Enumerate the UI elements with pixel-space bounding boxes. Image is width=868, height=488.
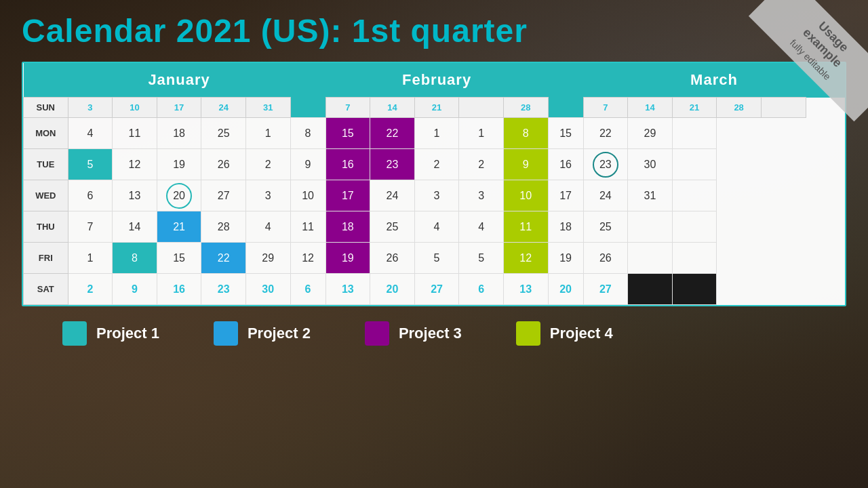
- day-thu: THU: [24, 211, 68, 243]
- proj3-color: [365, 321, 389, 346]
- day-sat: SAT: [24, 274, 68, 305]
- usage-ribbon: Usageexamplefully editable: [746, 0, 868, 122]
- proj3-label: Project 3: [399, 325, 462, 342]
- day-tue: TUE: [24, 149, 68, 180]
- legend: Project 1 Project 2 Project 3 Project 4: [22, 306, 846, 361]
- proj1-color: [62, 321, 87, 346]
- ribbon-text: Usageexamplefully editable: [749, 0, 868, 121]
- calendar: January February March SUN 3 10 17 24 31…: [22, 62, 846, 306]
- page-title: Calendar 2021 (US): 1st quarter: [22, 12, 846, 49]
- calendar-table: January February March SUN 3 10 17 24 31…: [23, 63, 845, 305]
- proj1-label: Project 1: [96, 325, 159, 342]
- legend-proj2: Project 2: [214, 321, 311, 346]
- legend-proj4: Project 4: [516, 321, 613, 346]
- day-fri: FRI: [24, 243, 68, 274]
- proj2-color: [214, 321, 238, 346]
- jan-sun-col1: 3: [68, 98, 113, 118]
- proj4-label: Project 4: [550, 325, 613, 342]
- proj2-label: Project 2: [248, 325, 311, 342]
- day-mon: MON: [24, 118, 68, 149]
- proj4-color: [516, 321, 540, 346]
- legend-proj3: Project 3: [365, 321, 462, 346]
- legend-proj1: Project 1: [62, 321, 159, 346]
- month-january: January: [68, 63, 290, 98]
- month-february: February: [326, 63, 548, 98]
- day-label-sun: SUN: [24, 98, 68, 118]
- day-wed: WED: [24, 180, 68, 211]
